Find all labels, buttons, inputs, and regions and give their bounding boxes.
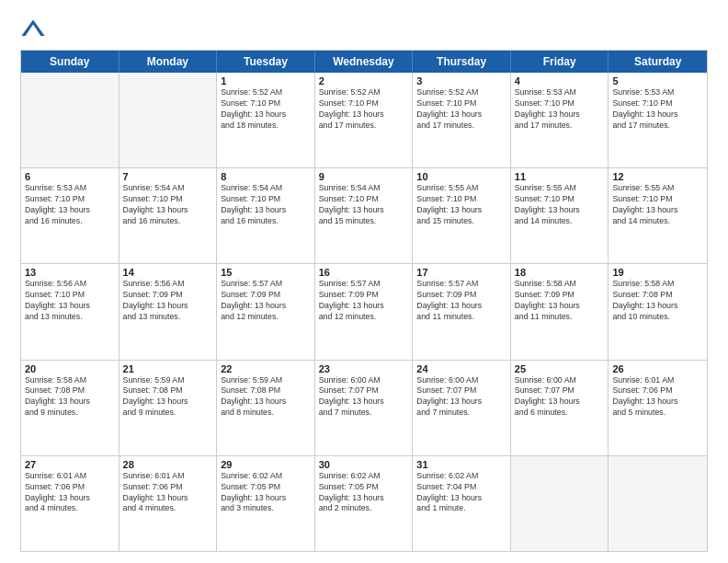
day-number: 12	[612, 171, 703, 182]
weekday-header: Thursday	[413, 51, 511, 73]
calendar-cell	[609, 456, 707, 551]
calendar-cell: 18Sunrise: 5:58 AM Sunset: 7:09 PM Dayli…	[511, 264, 609, 359]
calendar-cell	[21, 73, 119, 167]
day-number: 25	[515, 363, 605, 374]
calendar-cell: 13Sunrise: 5:56 AM Sunset: 7:10 PM Dayli…	[21, 264, 119, 359]
day-info: Sunrise: 5:59 AM Sunset: 7:08 PM Dayligh…	[221, 375, 311, 419]
day-number: 9	[319, 171, 409, 182]
day-number: 31	[416, 459, 506, 470]
day-info: Sunrise: 6:00 AM Sunset: 7:07 PM Dayligh…	[515, 375, 605, 419]
day-number: 28	[123, 459, 213, 470]
calendar-header: SundayMondayTuesdayWednesdayThursdayFrid…	[21, 51, 707, 73]
day-number: 2	[319, 75, 409, 86]
calendar-cell	[119, 73, 218, 167]
day-number: 19	[612, 267, 703, 278]
calendar-cell: 26Sunrise: 6:01 AM Sunset: 7:06 PM Dayli…	[609, 361, 707, 455]
day-number: 18	[515, 267, 605, 278]
calendar-cell: 9Sunrise: 5:54 AM Sunset: 7:10 PM Daylig…	[315, 168, 414, 263]
day-info: Sunrise: 6:02 AM Sunset: 7:04 PM Dayligh…	[416, 471, 506, 515]
header	[20, 17, 708, 42]
day-info: Sunrise: 6:01 AM Sunset: 7:06 PM Dayligh…	[612, 375, 703, 419]
weekday-header: Saturday	[609, 51, 707, 73]
calendar-cell: 17Sunrise: 5:57 AM Sunset: 7:09 PM Dayli…	[413, 264, 511, 359]
day-info: Sunrise: 5:58 AM Sunset: 7:08 PM Dayligh…	[25, 375, 115, 419]
calendar-cell: 4Sunrise: 5:53 AM Sunset: 7:10 PM Daylig…	[511, 73, 609, 167]
day-number: 6	[25, 171, 115, 182]
day-number: 3	[416, 75, 506, 86]
day-number: 21	[123, 363, 213, 374]
calendar-cell: 14Sunrise: 5:56 AM Sunset: 7:09 PM Dayli…	[119, 264, 218, 359]
day-number: 22	[221, 363, 311, 374]
calendar-body: 1Sunrise: 5:52 AM Sunset: 7:10 PM Daylig…	[21, 73, 707, 551]
calendar-row: 20Sunrise: 5:58 AM Sunset: 7:08 PM Dayli…	[21, 360, 707, 455]
day-number: 13	[25, 267, 115, 278]
calendar-cell	[511, 456, 609, 551]
day-info: Sunrise: 5:58 AM Sunset: 7:08 PM Dayligh…	[612, 279, 703, 323]
day-info: Sunrise: 5:57 AM Sunset: 7:09 PM Dayligh…	[319, 279, 409, 323]
day-number: 30	[319, 459, 409, 470]
day-number: 27	[25, 459, 115, 470]
day-info: Sunrise: 6:00 AM Sunset: 7:07 PM Dayligh…	[416, 375, 506, 419]
day-info: Sunrise: 6:00 AM Sunset: 7:07 PM Dayligh…	[319, 375, 409, 419]
day-info: Sunrise: 6:02 AM Sunset: 7:05 PM Dayligh…	[221, 471, 311, 515]
day-number: 5	[612, 75, 703, 86]
day-number: 11	[515, 171, 605, 182]
calendar-cell: 15Sunrise: 5:57 AM Sunset: 7:09 PM Dayli…	[217, 264, 315, 359]
calendar-cell: 11Sunrise: 5:55 AM Sunset: 7:10 PM Dayli…	[511, 168, 609, 263]
logo-icon	[20, 17, 46, 42]
calendar-cell: 1Sunrise: 5:52 AM Sunset: 7:10 PM Daylig…	[217, 73, 315, 167]
day-number: 26	[612, 363, 703, 374]
day-info: Sunrise: 5:53 AM Sunset: 7:10 PM Dayligh…	[515, 87, 605, 132]
calendar-cell: 27Sunrise: 6:01 AM Sunset: 7:06 PM Dayli…	[21, 456, 119, 551]
calendar-cell: 3Sunrise: 5:52 AM Sunset: 7:10 PM Daylig…	[413, 73, 511, 167]
calendar-cell: 25Sunrise: 6:00 AM Sunset: 7:07 PM Dayli…	[511, 361, 609, 455]
calendar-cell: 30Sunrise: 6:02 AM Sunset: 7:05 PM Dayli…	[315, 456, 414, 551]
page: SundayMondayTuesdayWednesdayThursdayFrid…	[0, 0, 728, 563]
calendar-cell: 28Sunrise: 6:01 AM Sunset: 7:06 PM Dayli…	[119, 456, 218, 551]
calendar-cell: 21Sunrise: 5:59 AM Sunset: 7:08 PM Dayli…	[119, 361, 218, 455]
day-info: Sunrise: 5:57 AM Sunset: 7:09 PM Dayligh…	[221, 279, 311, 323]
weekday-header: Wednesday	[315, 51, 414, 73]
day-info: Sunrise: 5:55 AM Sunset: 7:10 PM Dayligh…	[612, 183, 703, 227]
day-number: 15	[221, 267, 311, 278]
calendar-cell: 16Sunrise: 5:57 AM Sunset: 7:09 PM Dayli…	[315, 264, 414, 359]
day-number: 10	[416, 171, 506, 182]
day-info: Sunrise: 5:55 AM Sunset: 7:10 PM Dayligh…	[515, 183, 605, 227]
calendar-row: 1Sunrise: 5:52 AM Sunset: 7:10 PM Daylig…	[21, 73, 707, 167]
calendar-cell: 12Sunrise: 5:55 AM Sunset: 7:10 PM Dayli…	[609, 168, 707, 263]
day-info: Sunrise: 6:01 AM Sunset: 7:06 PM Dayligh…	[25, 471, 115, 515]
calendar-cell: 6Sunrise: 5:53 AM Sunset: 7:10 PM Daylig…	[21, 168, 119, 263]
day-info: Sunrise: 6:01 AM Sunset: 7:06 PM Dayligh…	[123, 471, 213, 515]
day-info: Sunrise: 5:53 AM Sunset: 7:10 PM Dayligh…	[612, 87, 703, 132]
day-number: 23	[319, 363, 409, 374]
day-number: 16	[319, 267, 409, 278]
day-number: 7	[123, 171, 213, 182]
day-info: Sunrise: 5:58 AM Sunset: 7:09 PM Dayligh…	[515, 279, 605, 323]
day-info: Sunrise: 5:55 AM Sunset: 7:10 PM Dayligh…	[416, 183, 506, 227]
day-number: 20	[25, 363, 115, 374]
day-number: 17	[416, 267, 506, 278]
day-number: 1	[221, 75, 311, 86]
calendar-cell: 7Sunrise: 5:54 AM Sunset: 7:10 PM Daylig…	[119, 168, 218, 263]
calendar-cell: 8Sunrise: 5:54 AM Sunset: 7:10 PM Daylig…	[217, 168, 315, 263]
day-info: Sunrise: 5:52 AM Sunset: 7:10 PM Dayligh…	[319, 87, 409, 132]
day-info: Sunrise: 5:52 AM Sunset: 7:10 PM Dayligh…	[416, 87, 506, 132]
logo	[20, 17, 50, 42]
calendar-cell: 5Sunrise: 5:53 AM Sunset: 7:10 PM Daylig…	[609, 73, 707, 167]
day-info: Sunrise: 5:54 AM Sunset: 7:10 PM Dayligh…	[123, 183, 213, 227]
day-number: 4	[515, 75, 605, 86]
day-info: Sunrise: 5:57 AM Sunset: 7:09 PM Dayligh…	[416, 279, 506, 323]
weekday-header: Tuesday	[217, 51, 315, 73]
calendar-cell: 22Sunrise: 5:59 AM Sunset: 7:08 PM Dayli…	[217, 361, 315, 455]
calendar-row: 27Sunrise: 6:01 AM Sunset: 7:06 PM Dayli…	[21, 455, 707, 551]
day-number: 24	[416, 363, 506, 374]
calendar: SundayMondayTuesdayWednesdayThursdayFrid…	[20, 50, 708, 552]
calendar-row: 13Sunrise: 5:56 AM Sunset: 7:10 PM Dayli…	[21, 263, 707, 359]
day-info: Sunrise: 5:54 AM Sunset: 7:10 PM Dayligh…	[221, 183, 311, 227]
calendar-cell: 2Sunrise: 5:52 AM Sunset: 7:10 PM Daylig…	[315, 73, 414, 167]
calendar-row: 6Sunrise: 5:53 AM Sunset: 7:10 PM Daylig…	[21, 167, 707, 263]
calendar-cell: 23Sunrise: 6:00 AM Sunset: 7:07 PM Dayli…	[315, 361, 414, 455]
day-number: 29	[221, 459, 311, 470]
day-info: Sunrise: 5:53 AM Sunset: 7:10 PM Dayligh…	[25, 183, 115, 227]
calendar-cell: 24Sunrise: 6:00 AM Sunset: 7:07 PM Dayli…	[413, 361, 511, 455]
